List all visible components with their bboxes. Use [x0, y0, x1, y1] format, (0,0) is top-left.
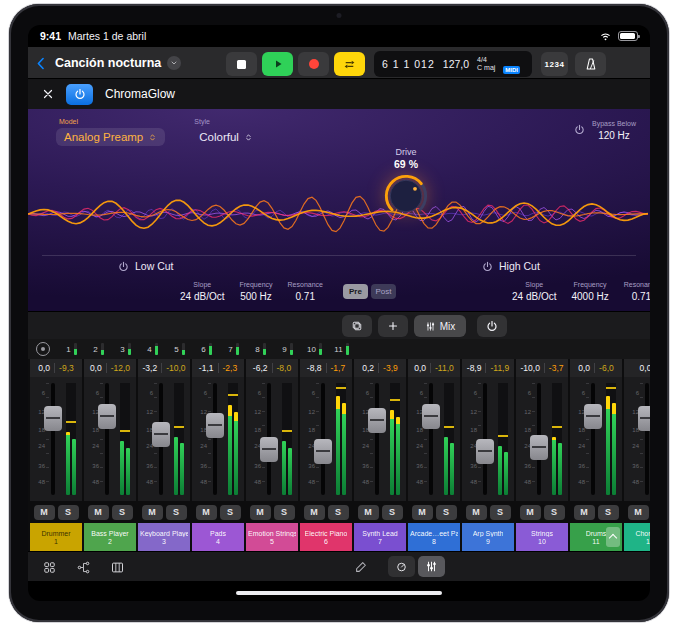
back-chevron-icon[interactable] — [34, 56, 49, 71]
close-icon[interactable] — [42, 88, 54, 100]
track-name-label[interactable]: Arcade…eet Pad 8 — [408, 523, 460, 551]
cycle-button[interactable] — [334, 52, 365, 76]
add-track-button[interactable] — [378, 315, 408, 337]
fader-handle[interactable] — [44, 406, 62, 431]
track-name-label[interactable]: Pads 4 — [192, 523, 244, 551]
overview-track[interactable]: 1 — [58, 343, 85, 355]
high-cut-resonance[interactable]: Resonance0.71 — [624, 281, 650, 302]
track-name-label[interactable]: Electric Piano 6 — [300, 523, 352, 551]
track-name-label[interactable]: Strings 10 — [516, 523, 568, 551]
mixer-view-button[interactable] — [418, 556, 445, 577]
mute-button[interactable]: M — [142, 505, 163, 520]
low-cut-resonance[interactable]: Resonance0.71 — [288, 281, 323, 302]
track-name-label[interactable]: Drums 11 — [570, 523, 622, 551]
channel-volume-display[interactable]: 0,0 — [624, 359, 650, 377]
mixer-power-button[interactable] — [477, 315, 507, 337]
style-selector[interactable]: Colorful — [191, 128, 261, 146]
overview-track[interactable]: 9 — [274, 343, 301, 355]
high-cut-frequency[interactable]: Frequency4000 Hz — [571, 281, 608, 302]
edit-button[interactable] — [350, 556, 372, 578]
solo-button[interactable]: S — [382, 505, 403, 520]
metronome-button[interactable] — [575, 52, 606, 76]
fader-handle[interactable] — [314, 439, 332, 464]
mute-button[interactable]: M — [412, 505, 433, 520]
fader-handle[interactable] — [260, 437, 278, 462]
overview-track[interactable]: 3 — [112, 343, 139, 355]
play-button[interactable] — [262, 52, 293, 76]
pads-button[interactable] — [38, 556, 60, 578]
copy-button[interactable] — [342, 315, 372, 337]
solo-button[interactable]: S — [544, 505, 565, 520]
solo-button[interactable]: S — [328, 505, 349, 520]
solo-button[interactable]: S — [598, 505, 619, 520]
fader-handle[interactable] — [206, 413, 224, 438]
track-name-label[interactable]: Synth Lead 7 — [354, 523, 406, 551]
overview-track[interactable]: 4 — [139, 343, 166, 355]
track-name-label[interactable]: Arp Synth 9 — [462, 523, 514, 551]
chevron-up-icon[interactable] — [606, 527, 620, 547]
high-cut-slope[interactable]: Slope24 dB/Oct — [512, 281, 556, 302]
model-selector[interactable]: Analog Preamp — [56, 128, 165, 146]
mute-button[interactable]: M — [196, 505, 217, 520]
stop-button[interactable] — [226, 52, 257, 76]
channel-volume-display[interactable]: 0,0 -9,3 — [30, 359, 82, 377]
channel-volume-display[interactable]: 0,2 -3,9 — [354, 359, 406, 377]
mute-button[interactable]: M — [628, 505, 649, 520]
mute-button[interactable]: M — [520, 505, 541, 520]
solo-button[interactable]: S — [220, 505, 241, 520]
fader-handle[interactable] — [152, 422, 170, 447]
post-button[interactable]: Post — [371, 284, 396, 299]
channel-volume-display[interactable]: -10,0 -3,7 — [516, 359, 568, 377]
channel-volume-display[interactable]: -1,1 -2,3 — [192, 359, 244, 377]
home-indicator[interactable] — [236, 591, 442, 595]
overview-track[interactable]: 6 — [193, 343, 220, 355]
level-control[interactable]: Level 0.0 — [634, 120, 650, 141]
overview-track[interactable]: 8 — [247, 343, 274, 355]
overview-track[interactable]: 5 — [166, 343, 193, 355]
routing-button[interactable] — [72, 556, 94, 578]
controls-view-button[interactable] — [388, 556, 415, 577]
channel-volume-display[interactable]: -8,8 -1,7 — [300, 359, 352, 377]
mute-button[interactable]: M — [358, 505, 379, 520]
lcd-display[interactable]: 6 1 1 012 127,0 4/4 C maj MIDI — [374, 51, 532, 77]
fader-handle[interactable] — [584, 404, 602, 429]
low-cut-slope[interactable]: Slope24 dB/Oct — [180, 281, 224, 302]
solo-button[interactable]: S — [436, 505, 457, 520]
track-name-label[interactable]: Bass Player 2 — [84, 523, 136, 551]
record-button[interactable] — [298, 52, 329, 76]
solo-button[interactable]: S — [166, 505, 187, 520]
mixer-overview-icon[interactable] — [36, 342, 50, 356]
channel-volume-display[interactable]: -6,2 -8,0 — [246, 359, 298, 377]
channel-volume-display[interactable]: -3,2 -10,0 — [138, 359, 190, 377]
count-in-button[interactable]: 1234 — [541, 52, 568, 76]
plugin-power-button[interactable] — [66, 84, 93, 105]
mute-button[interactable]: M — [250, 505, 271, 520]
overview-track[interactable]: 2 — [85, 343, 112, 355]
fader-handle[interactable] — [530, 435, 548, 460]
mute-button[interactable]: M — [304, 505, 325, 520]
fader-handle[interactable] — [368, 408, 386, 433]
track-name-label[interactable]: Chorus V 12 — [624, 523, 650, 551]
fader-handle[interactable] — [98, 404, 116, 429]
mute-button[interactable]: M — [34, 505, 55, 520]
channel-volume-display[interactable]: 0,0 -12,0 — [84, 359, 136, 377]
low-cut-frequency[interactable]: Frequency500 Hz — [239, 281, 272, 302]
solo-button[interactable]: S — [274, 505, 295, 520]
fader-handle[interactable] — [476, 439, 494, 464]
channel-volume-display[interactable]: -8,9 -11,9 — [462, 359, 514, 377]
solo-button[interactable]: S — [490, 505, 511, 520]
channel-volume-display[interactable]: 0,0 -6,0 — [570, 359, 622, 377]
high-cut-power-icon[interactable] — [482, 261, 493, 272]
overview-track[interactable]: 7 — [220, 343, 247, 355]
track-name-label[interactable]: Drummer 1 — [30, 523, 82, 551]
channel-volume-display[interactable]: 0,0 -11,0 — [408, 359, 460, 377]
track-name-label[interactable]: Keyboard Player 3 — [138, 523, 190, 551]
project-menu-button[interactable] — [167, 56, 181, 70]
solo-button[interactable]: S — [58, 505, 79, 520]
overview-track[interactable]: 10 — [301, 343, 328, 355]
solo-button[interactable]: S — [112, 505, 133, 520]
mute-button[interactable]: M — [466, 505, 487, 520]
pre-button[interactable]: Pre — [343, 284, 368, 299]
drive-knob[interactable] — [383, 173, 429, 219]
mute-button[interactable]: M — [574, 505, 595, 520]
